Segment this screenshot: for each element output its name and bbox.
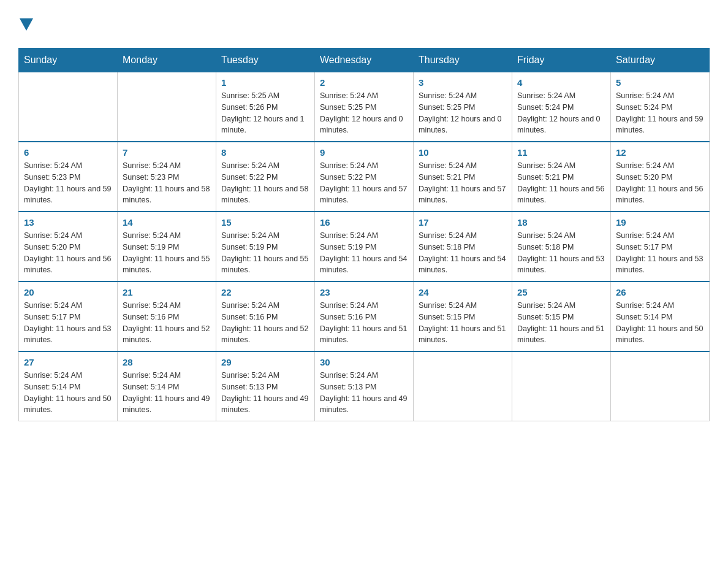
day-info: Sunrise: 5:24 AMSunset: 5:14 PMDaylight:…	[24, 370, 112, 416]
calendar-cell: 5Sunrise: 5:24 AMSunset: 5:24 PMDaylight…	[611, 72, 710, 142]
weekday-header-row: SundayMondayTuesdayWednesdayThursdayFrid…	[19, 48, 710, 72]
calendar-week-1: 1Sunrise: 5:25 AMSunset: 5:26 PMDaylight…	[19, 72, 710, 142]
calendar-cell: 30Sunrise: 5:24 AMSunset: 5:13 PMDayligh…	[315, 351, 414, 421]
page-header	[18, 12, 710, 36]
day-info: Sunrise: 5:25 AMSunset: 5:26 PMDaylight:…	[221, 90, 309, 136]
day-number: 27	[24, 357, 112, 367]
day-number: 29	[221, 357, 309, 367]
day-number: 20	[24, 287, 112, 297]
calendar-cell: 6Sunrise: 5:24 AMSunset: 5:23 PMDaylight…	[19, 142, 118, 212]
calendar-cell: 25Sunrise: 5:24 AMSunset: 5:15 PMDayligh…	[512, 282, 611, 351]
calendar-cell: 14Sunrise: 5:24 AMSunset: 5:19 PMDayligh…	[118, 212, 216, 282]
day-number: 9	[320, 147, 408, 158]
day-info: Sunrise: 5:24 AMSunset: 5:23 PMDaylight:…	[24, 160, 112, 206]
calendar-cell: 10Sunrise: 5:24 AMSunset: 5:21 PMDayligh…	[414, 142, 512, 212]
calendar-week-2: 6Sunrise: 5:24 AMSunset: 5:23 PMDaylight…	[19, 142, 710, 212]
calendar-cell: 12Sunrise: 5:24 AMSunset: 5:20 PMDayligh…	[611, 142, 710, 212]
day-info: Sunrise: 5:24 AMSunset: 5:23 PMDaylight:…	[123, 160, 211, 206]
day-number: 10	[419, 147, 507, 158]
weekday-header-tuesday: Tuesday	[216, 48, 315, 72]
day-number: 23	[320, 287, 408, 297]
calendar-cell: 29Sunrise: 5:24 AMSunset: 5:13 PMDayligh…	[216, 351, 315, 421]
calendar-cell: 23Sunrise: 5:24 AMSunset: 5:16 PMDayligh…	[315, 282, 414, 351]
day-number: 8	[221, 147, 309, 158]
calendar-cell: 11Sunrise: 5:24 AMSunset: 5:21 PMDayligh…	[512, 142, 611, 212]
weekday-header-sunday: Sunday	[19, 48, 118, 72]
svg-marker-0	[20, 18, 33, 31]
calendar-cell: 19Sunrise: 5:24 AMSunset: 5:17 PMDayligh…	[611, 212, 710, 282]
calendar-cell: 21Sunrise: 5:24 AMSunset: 5:16 PMDayligh…	[118, 282, 216, 351]
day-info: Sunrise: 5:24 AMSunset: 5:19 PMDaylight:…	[123, 230, 211, 276]
day-number: 13	[24, 217, 112, 228]
calendar-cell: 15Sunrise: 5:24 AMSunset: 5:19 PMDayligh…	[216, 212, 315, 282]
day-number: 19	[616, 217, 704, 228]
day-info: Sunrise: 5:24 AMSunset: 5:16 PMDaylight:…	[221, 300, 309, 346]
calendar-cell: 20Sunrise: 5:24 AMSunset: 5:17 PMDayligh…	[19, 282, 118, 351]
day-number: 3	[419, 77, 507, 88]
day-info: Sunrise: 5:24 AMSunset: 5:21 PMDaylight:…	[419, 160, 507, 206]
day-number: 5	[616, 77, 704, 88]
day-number: 2	[320, 77, 408, 88]
day-info: Sunrise: 5:24 AMSunset: 5:13 PMDaylight:…	[320, 370, 408, 416]
calendar-cell: 17Sunrise: 5:24 AMSunset: 5:18 PMDayligh…	[414, 212, 512, 282]
calendar-cell	[19, 72, 118, 142]
calendar-table: SundayMondayTuesdayWednesdayThursdayFrid…	[18, 48, 710, 421]
calendar-cell: 16Sunrise: 5:24 AMSunset: 5:19 PMDayligh…	[315, 212, 414, 282]
day-info: Sunrise: 5:24 AMSunset: 5:16 PMDaylight:…	[320, 300, 408, 346]
logo-arrow-icon	[20, 18, 33, 32]
day-info: Sunrise: 5:24 AMSunset: 5:14 PMDaylight:…	[616, 300, 704, 346]
day-info: Sunrise: 5:24 AMSunset: 5:17 PMDaylight:…	[616, 230, 704, 276]
day-number: 15	[221, 217, 309, 228]
day-number: 25	[517, 287, 605, 297]
day-number: 24	[419, 287, 507, 297]
day-info: Sunrise: 5:24 AMSunset: 5:24 PMDaylight:…	[616, 90, 704, 136]
calendar-cell: 26Sunrise: 5:24 AMSunset: 5:14 PMDayligh…	[611, 282, 710, 351]
day-number: 18	[517, 217, 605, 228]
calendar-cell: 24Sunrise: 5:24 AMSunset: 5:15 PMDayligh…	[414, 282, 512, 351]
weekday-header-wednesday: Wednesday	[315, 48, 414, 72]
day-number: 7	[123, 147, 211, 158]
day-number: 21	[123, 287, 211, 297]
day-info: Sunrise: 5:24 AMSunset: 5:19 PMDaylight:…	[320, 230, 408, 276]
day-number: 26	[616, 287, 704, 297]
day-info: Sunrise: 5:24 AMSunset: 5:17 PMDaylight:…	[24, 300, 112, 346]
calendar-cell: 3Sunrise: 5:24 AMSunset: 5:25 PMDaylight…	[414, 72, 512, 142]
day-number: 11	[517, 147, 605, 158]
day-info: Sunrise: 5:24 AMSunset: 5:25 PMDaylight:…	[320, 90, 408, 136]
calendar-week-3: 13Sunrise: 5:24 AMSunset: 5:20 PMDayligh…	[19, 212, 710, 282]
calendar-cell	[611, 351, 710, 421]
day-info: Sunrise: 5:24 AMSunset: 5:20 PMDaylight:…	[24, 230, 112, 276]
calendar-cell: 22Sunrise: 5:24 AMSunset: 5:16 PMDayligh…	[216, 282, 315, 351]
day-number: 17	[419, 217, 507, 228]
day-info: Sunrise: 5:24 AMSunset: 5:16 PMDaylight:…	[123, 300, 211, 346]
day-info: Sunrise: 5:24 AMSunset: 5:18 PMDaylight:…	[419, 230, 507, 276]
calendar-week-4: 20Sunrise: 5:24 AMSunset: 5:17 PMDayligh…	[19, 282, 710, 351]
calendar-cell: 4Sunrise: 5:24 AMSunset: 5:24 PMDaylight…	[512, 72, 611, 142]
weekday-header-thursday: Thursday	[414, 48, 512, 72]
calendar-cell: 18Sunrise: 5:24 AMSunset: 5:18 PMDayligh…	[512, 212, 611, 282]
day-number: 16	[320, 217, 408, 228]
logo	[18, 18, 33, 36]
weekday-header-monday: Monday	[118, 48, 216, 72]
calendar-cell: 2Sunrise: 5:24 AMSunset: 5:25 PMDaylight…	[315, 72, 414, 142]
calendar-cell: 13Sunrise: 5:24 AMSunset: 5:20 PMDayligh…	[19, 212, 118, 282]
day-info: Sunrise: 5:24 AMSunset: 5:15 PMDaylight:…	[419, 300, 507, 346]
calendar-cell	[118, 72, 216, 142]
day-info: Sunrise: 5:24 AMSunset: 5:14 PMDaylight:…	[123, 370, 211, 416]
day-number: 4	[517, 77, 605, 88]
calendar-cell: 8Sunrise: 5:24 AMSunset: 5:22 PMDaylight…	[216, 142, 315, 212]
day-info: Sunrise: 5:24 AMSunset: 5:22 PMDaylight:…	[221, 160, 309, 206]
calendar-cell	[414, 351, 512, 421]
day-number: 30	[320, 357, 408, 367]
day-number: 6	[24, 147, 112, 158]
day-info: Sunrise: 5:24 AMSunset: 5:25 PMDaylight:…	[419, 90, 507, 136]
calendar-cell: 28Sunrise: 5:24 AMSunset: 5:14 PMDayligh…	[118, 351, 216, 421]
day-number: 1	[221, 77, 309, 88]
day-info: Sunrise: 5:24 AMSunset: 5:19 PMDaylight:…	[221, 230, 309, 276]
day-number: 12	[616, 147, 704, 158]
day-number: 28	[123, 357, 211, 367]
weekday-header-friday: Friday	[512, 48, 611, 72]
day-info: Sunrise: 5:24 AMSunset: 5:18 PMDaylight:…	[517, 230, 605, 276]
day-info: Sunrise: 5:24 AMSunset: 5:13 PMDaylight:…	[221, 370, 309, 416]
day-number: 22	[221, 287, 309, 297]
